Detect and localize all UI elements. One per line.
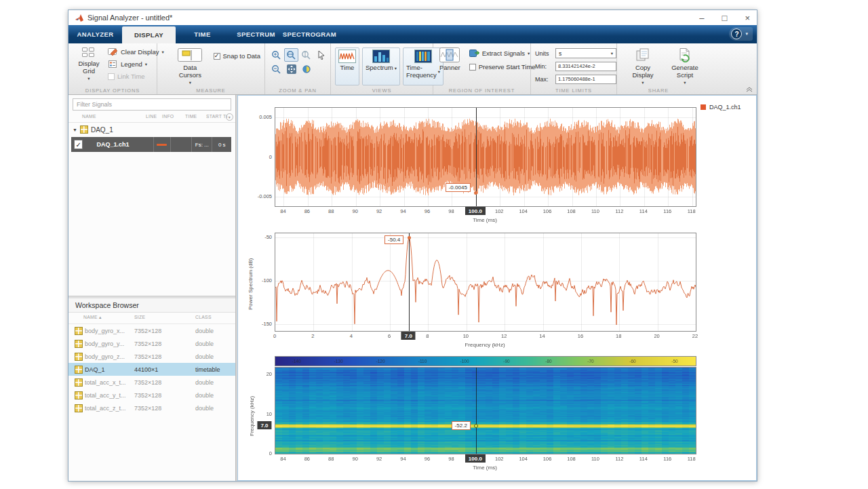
extract-signals-button[interactable]: Extract Signals ▾ (469, 48, 536, 58)
panner-button[interactable]: Panner (437, 47, 462, 85)
colorbar-tick-label: -80 (545, 359, 551, 364)
colorbar: -140-130-120-110-100-90-80-70-60-50 (275, 356, 696, 366)
workspace-row[interactable]: total_acc_y_t...7352×128double (68, 389, 235, 402)
units-label: Units (535, 50, 553, 57)
x-tick-label: 94 (400, 208, 406, 214)
units-select[interactable]: s ▾ (555, 48, 616, 58)
x-tick-label: 110 (591, 208, 599, 214)
min-time-input[interactable] (555, 62, 616, 71)
col-name[interactable]: NAME (82, 114, 96, 119)
generate-script-button[interactable]: Generate Script ▾ (667, 47, 703, 85)
zoom-in-icon[interactable] (269, 48, 283, 62)
highlight-icon[interactable] (299, 62, 313, 76)
spectrogram-cursor-line[interactable] (476, 368, 477, 454)
spectrogram-axes[interactable]: -52.2 (275, 367, 696, 454)
workspace-row[interactable]: body_gyro_z...7352×128double (68, 350, 235, 363)
col-start-time[interactable]: START TI (206, 114, 228, 119)
zoom-x-icon[interactable] (284, 48, 298, 62)
link-time-checkbox[interactable]: Link Time (108, 71, 164, 81)
time-view-button[interactable]: Time (335, 47, 359, 85)
group-name: DAQ_1 (91, 126, 113, 134)
spectrum-plot-axes[interactable]: -50.4 (275, 233, 696, 332)
x-tick-label: 84 (280, 208, 285, 214)
legend: DAQ_1.ch1 (701, 104, 741, 111)
spectrum-canvas (275, 233, 696, 331)
max-time-input[interactable] (555, 75, 616, 84)
pan-icon[interactable] (284, 62, 298, 76)
x-tick-label: 110 (591, 456, 599, 462)
extract-signals-icon (469, 49, 479, 58)
workspace-row[interactable]: body_gyro_y...7352×128double (68, 337, 235, 350)
section-display-options: Display Grid ▾ Clear Display ▾ (68, 43, 157, 94)
display-area[interactable]: -0.00450.0050-0.005848688909294969810210… (237, 95, 757, 481)
x-tick-label: 94 (400, 456, 406, 462)
clear-display-button[interactable]: Clear Display ▾ (108, 47, 164, 57)
copy-display-button[interactable]: Copy Display ▾ (625, 47, 660, 85)
select-arrow-icon[interactable] (314, 48, 328, 62)
data-cursors-button[interactable]: Data Cursors ▾ (172, 47, 208, 85)
snap-to-data-checkbox[interactable]: ✓ Snap to Data (214, 51, 260, 61)
x-tick-label: 18 (616, 333, 621, 339)
x-tick-label: 114 (639, 208, 648, 214)
signal-group-row[interactable]: ▼ DAQ_1 (68, 123, 235, 136)
help-button[interactable]: ? ▾ (729, 27, 753, 41)
signal-checkbox[interactable]: ✓ (74, 140, 83, 149)
tab-display[interactable]: DISPLAY (122, 26, 176, 43)
legend-button[interactable]: Legend ▾ (108, 59, 164, 69)
tree-expand-icon[interactable]: ▼ (73, 128, 77, 132)
col-ws-name[interactable]: NAME ▴ (83, 315, 102, 320)
tab-time[interactable]: TIME (176, 25, 229, 43)
workspace-row[interactable]: total_acc_x_t...7352×128double (68, 376, 235, 389)
zoom-y-icon[interactable] (299, 48, 313, 62)
tab-analyzer[interactable]: ANALYZER (68, 25, 122, 43)
x-tick-label: 92 (376, 208, 382, 214)
zoom-out-icon[interactable] (269, 62, 283, 76)
colorbar-tick-label: -70 (587, 359, 593, 364)
x-tick-label: 118 (688, 456, 696, 462)
x-tick-label: 22 (692, 333, 698, 339)
column-options-icon[interactable]: ▾ (226, 113, 233, 121)
x-tick-label: 6 (388, 333, 391, 339)
time-plot-axes[interactable]: -0.0045 (275, 107, 696, 207)
display-grid-button[interactable]: Display Grid ▾ (73, 47, 105, 85)
minimize-button[interactable]: – (699, 14, 704, 22)
section-caption: MEASURE (157, 87, 264, 94)
workspace-var-name: total_acc_x_t... (85, 379, 126, 386)
col-info[interactable]: INFO (162, 114, 174, 119)
tab-spectrogram[interactable]: SPECTROGRAM (283, 25, 336, 43)
x-tick-label: 4 (350, 333, 353, 339)
filter-signals-input[interactable]: Filter Signals (73, 98, 231, 111)
signal-row[interactable]: ✓ DAQ_1.ch1 Fs: ... 0 s (68, 137, 235, 152)
workspace-row[interactable]: body_gyro_x...7352×128double (68, 324, 235, 337)
col-time[interactable]: TIME (185, 114, 197, 119)
max-label: Max: (535, 76, 553, 83)
x-tick-label: 88 (328, 208, 334, 214)
workspace-row[interactable]: DAQ_144100×1timetable (68, 363, 235, 376)
spectrum-cursor-line[interactable] (409, 233, 410, 331)
signal-table-header: NAME LINE INFO TIME START TI ▾ (68, 112, 235, 123)
x-tick-label: 12 (501, 333, 507, 339)
x-tick-label: 104 (519, 208, 528, 214)
collapse-ribbon-button[interactable] (745, 86, 754, 93)
col-ws-class[interactable]: CLASS (195, 315, 212, 319)
x-tick-label: 90 (353, 456, 358, 462)
preserve-start-time-checkbox[interactable]: Preserve Start Time (469, 62, 536, 72)
section-caption: TIME LIMITS (531, 87, 616, 94)
colorbar-tick-label: -140 (292, 359, 300, 364)
close-button[interactable]: × (745, 14, 750, 22)
maximize-button[interactable]: □ (722, 14, 728, 22)
chevron-down-icon: ▾ (395, 66, 397, 71)
cursor-x-readout: 100.0 (465, 207, 486, 215)
tab-spectrum[interactable]: SPECTRUM (229, 25, 283, 43)
col-ws-size[interactable]: SIZE (134, 315, 145, 319)
x-tick-label: 112 (615, 208, 623, 214)
spectrum-view-button[interactable]: Spectrum▾ (362, 47, 400, 85)
x-tick-label: 2 (311, 333, 314, 339)
workspace-row[interactable]: total_acc_z_t...7352×128double (68, 402, 235, 414)
x-tick-label: 108 (567, 208, 576, 214)
col-line[interactable]: LINE (146, 114, 157, 119)
section-time-limits: Units s ▾ Min: Max: TIME LIMITS (531, 43, 617, 94)
spectrum-view-icon (372, 50, 390, 64)
chevron-down-icon: ▾ (684, 80, 686, 85)
time-frequency-view-icon (414, 50, 432, 64)
